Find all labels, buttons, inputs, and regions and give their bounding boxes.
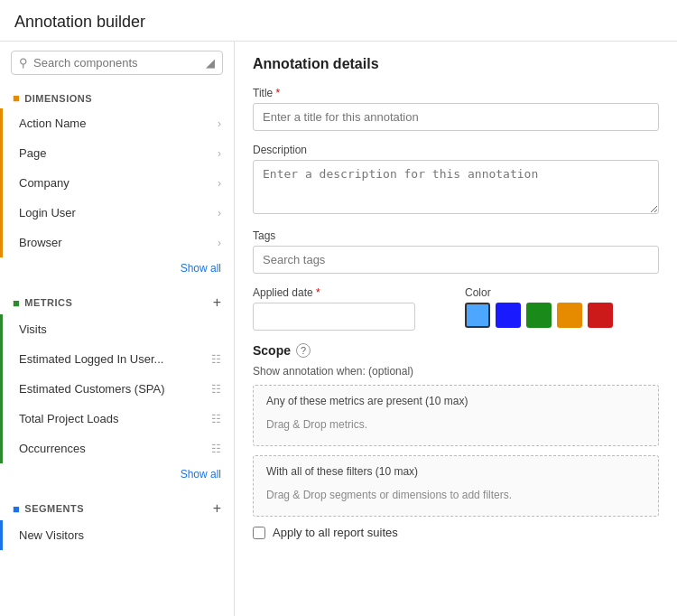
metrics-icon: ■ [13, 296, 20, 310]
tags-group: Tags [253, 229, 659, 274]
color-swatches [465, 303, 659, 328]
sidebar-item-estimated-logged[interactable]: Estimated Logged In User... ☷ [0, 344, 234, 374]
metrics-drop-zone[interactable]: Any of these metrics are present (10 max… [253, 385, 659, 446]
description-input[interactable] [253, 160, 659, 214]
dimension-label: Page [19, 146, 46, 160]
metrics-show-all[interactable]: Show all [0, 463, 234, 490]
app-title: Annotation builder [0, 0, 677, 42]
apply-checkbox-group: Apply to all report suites [253, 526, 659, 539]
metric-info-icon: ☷ [211, 383, 221, 396]
dimensions-section: ■ DIMENSIONS Action Name › Page › Compan… [0, 84, 234, 284]
chevron-right-icon: › [218, 117, 221, 130]
segments-icon: ■ [13, 502, 20, 516]
segment-label: New Visitors [19, 528, 84, 542]
search-icon: ⚲ [19, 56, 28, 70]
color-swatch-blue-light[interactable] [465, 303, 490, 328]
sidebar-item-estimated-customers[interactable]: Estimated Customers (SPA) ☷ [0, 374, 234, 404]
metrics-header: ■ METRICS + [0, 287, 234, 314]
dimension-label: Browser [19, 236, 62, 249]
add-segment-button[interactable]: + [213, 500, 221, 517]
metric-label: Visits [19, 322, 47, 336]
apply-all-label: Apply to all report suites [273, 526, 398, 539]
sidebar-item-company[interactable]: Company › [0, 168, 234, 198]
scope-title: Scope [253, 343, 291, 358]
sidebar-item-action-name[interactable]: Action Name › [0, 108, 234, 138]
chevron-right-icon: › [218, 177, 221, 190]
filters-drop-title: With all of these filters (10 max) [266, 465, 645, 478]
apply-all-checkbox[interactable] [253, 527, 265, 539]
segments-section: ■ SEGMENTS + New Visitors [0, 493, 234, 550]
date-required: * [316, 286, 320, 299]
title-label: Title * [253, 87, 659, 99]
dimension-label: Company [19, 176, 70, 190]
color-swatch-red[interactable] [588, 303, 613, 328]
color-label: Color [465, 286, 659, 299]
segments-header: ■ SEGMENTS + [0, 493, 234, 520]
metric-label: Total Project Loads [19, 412, 119, 425]
filter-icon[interactable]: ◢ [206, 56, 215, 70]
metric-label: Occurrences [19, 442, 86, 455]
chevron-right-icon: › [218, 207, 221, 219]
metric-info-icon: ☷ [211, 413, 221, 425]
metrics-label: ■ METRICS [13, 296, 72, 310]
color-group: Color [465, 286, 659, 328]
segments-label: ■ SEGMENTS [13, 502, 84, 516]
color-swatch-green[interactable] [526, 303, 552, 328]
color-swatch-orange[interactable] [557, 303, 582, 328]
metric-info-icon: ☷ [211, 353, 221, 366]
sidebar-item-total-project-loads[interactable]: Total Project Loads ☷ [0, 404, 234, 434]
search-input[interactable] [33, 56, 202, 70]
metric-label: Estimated Customers (SPA) [19, 382, 165, 396]
panel-title: Annotation details [253, 56, 659, 72]
description-label: Description [253, 144, 659, 156]
scope-help-icon[interactable]: ? [296, 343, 311, 358]
dimensions-header: ■ DIMENSIONS [0, 84, 234, 108]
filters-drop-zone[interactable]: With all of these filters (10 max) Drag … [253, 455, 659, 517]
dimensions-label: ■ DIMENSIONS [13, 91, 92, 105]
date-color-row: Applied date * Feb 2, 2022 - Feb 2, 2022… [253, 286, 659, 343]
metric-label: Estimated Logged In User... [19, 352, 163, 366]
sidebar-item-login-user[interactable]: Login User › [0, 198, 234, 228]
title-input[interactable] [253, 103, 659, 131]
metric-info-icon: ☷ [211, 443, 221, 455]
metrics-section: ■ METRICS + Visits Estimated Logged In U… [0, 287, 234, 490]
date-group: Applied date * Feb 2, 2022 - Feb 2, 2022 [253, 286, 447, 331]
right-panel: Annotation details Title * Description T… [235, 42, 677, 616]
filters-drop-hint: Drag & Drop segments or dimensions to ad… [266, 483, 645, 507]
sidebar-item-visits[interactable]: Visits [0, 314, 234, 344]
title-required: * [276, 87, 281, 99]
title-group: Title * [253, 87, 659, 131]
description-group: Description [253, 144, 659, 217]
dimension-label: Action Name [19, 117, 86, 130]
tags-label: Tags [253, 229, 659, 242]
sidebar-item-browser[interactable]: Browser › [0, 228, 234, 257]
scope-description: Show annotation when: (optional) [253, 365, 659, 378]
date-label: Applied date * [253, 286, 447, 299]
chevron-right-icon: › [218, 147, 221, 160]
dimension-label: Login User [19, 206, 76, 219]
date-input[interactable]: Feb 2, 2022 - Feb 2, 2022 [253, 303, 415, 331]
dimensions-show-all[interactable]: Show all [0, 257, 234, 284]
add-metric-button[interactable]: + [213, 294, 221, 311]
sidebar: ⚲ ◢ ■ DIMENSIONS Action Name › Page [0, 42, 235, 616]
color-swatch-blue[interactable] [496, 303, 521, 328]
scope-header: Scope ? [253, 343, 659, 358]
search-bar: ⚲ ◢ [11, 51, 223, 75]
tags-input[interactable] [253, 246, 659, 274]
metrics-drop-hint: Drag & Drop metrics. [266, 413, 645, 436]
chevron-right-icon: › [218, 237, 221, 249]
sidebar-item-occurrences[interactable]: Occurrences ☷ [0, 434, 234, 463]
sidebar-item-page[interactable]: Page › [0, 138, 234, 168]
metrics-drop-title: Any of these metrics are present (10 max… [266, 395, 645, 407]
dimensions-icon: ■ [13, 91, 20, 105]
sidebar-item-new-visitors[interactable]: New Visitors [0, 520, 234, 550]
